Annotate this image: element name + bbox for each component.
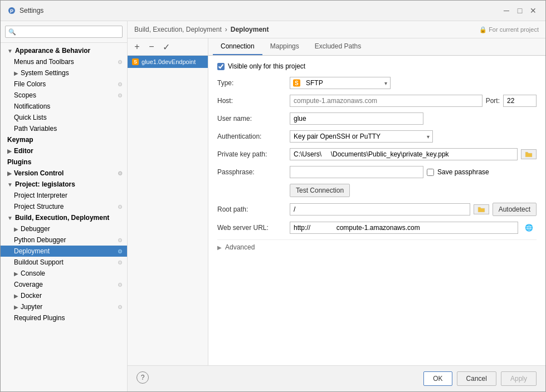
breadcrumb: Build, Execution, Deployment › Deploymen…: [128, 21, 545, 38]
expand-icon: ▶: [7, 148, 12, 154]
sidebar-item-menus-toolbars[interactable]: Menus and Toolbars ⚙: [1, 56, 127, 67]
sidebar-item-file-colors[interactable]: File Colors ⚙: [1, 79, 127, 90]
private-key-input[interactable]: [290, 148, 518, 160]
sidebar-item-deployment[interactable]: Deployment ⚙: [1, 246, 127, 257]
sidebar-item-label: System Settings: [21, 69, 69, 77]
passphrase-label: Passphrase:: [217, 168, 290, 176]
root-path-row: Root path: Autodetect: [217, 203, 537, 216]
sidebar-item-label: Appearance & Behavior: [15, 47, 90, 55]
sidebar-item-build-execution-deployment[interactable]: ▼ Build, Execution, Deployment: [1, 212, 127, 223]
sidebar-item-buildout-support[interactable]: Buildout Support ⚙: [1, 257, 127, 268]
autodetect-button[interactable]: Autodetect: [493, 203, 537, 216]
server-list-panel: + − ✓ S glue1.0devEndpoint: [128, 38, 208, 365]
passphrase-row: Passphrase: Save passphrase: [217, 166, 537, 178]
maximize-button[interactable]: □: [514, 5, 525, 16]
check-server-button[interactable]: ✓: [160, 41, 172, 53]
settings-icon: ⚙: [118, 304, 123, 310]
sidebar-item-plugins[interactable]: Plugins: [1, 156, 127, 168]
host-value: Port:: [290, 95, 537, 107]
add-server-button[interactable]: +: [131, 41, 143, 53]
search-wrapper: 🔍: [5, 26, 123, 38]
app-icon: P: [7, 6, 16, 15]
server-toolbar: + − ✓: [128, 38, 208, 56]
sidebar: 🔍 ▼ Appearance & Behavior Menus and Tool…: [1, 21, 128, 391]
config-panel: Connection Mappings Excluded Paths Visib…: [208, 38, 545, 365]
tab-connection[interactable]: Connection: [213, 38, 262, 55]
cancel-button[interactable]: Cancel: [457, 371, 496, 386]
sidebar-item-keymap[interactable]: Keymap: [1, 134, 127, 145]
sidebar-item-label: Deployment: [14, 247, 50, 255]
expand-icon: ▼: [7, 182, 13, 188]
host-input[interactable]: [290, 95, 482, 107]
web-server-url-input[interactable]: [290, 222, 518, 234]
sidebar-item-scopes[interactable]: Scopes ⚙: [1, 90, 127, 101]
sidebar-item-project-structure[interactable]: Project Structure ⚙: [1, 201, 127, 212]
save-passphrase-checkbox[interactable]: [427, 169, 434, 176]
sidebar-item-console[interactable]: ▶ Console: [1, 268, 127, 279]
sidebar-item-version-control[interactable]: ▶ Version Control ⚙: [1, 168, 127, 179]
sidebar-item-debugger[interactable]: ▶ Debugger: [1, 223, 127, 234]
remove-server-button[interactable]: −: [145, 41, 158, 53]
username-row: User name:: [217, 112, 537, 125]
server-item-label: glue1.0devEndpoint: [142, 58, 196, 65]
passphrase-input[interactable]: [290, 166, 423, 178]
sidebar-item-label: Menus and Toolbars: [14, 58, 74, 66]
sidebar-item-appearance-behavior[interactable]: ▼ Appearance & Behavior: [1, 45, 127, 56]
authentication-value: Key pair OpenSSH or PuTTY Password OpenS…: [290, 130, 537, 143]
close-button[interactable]: ✕: [528, 5, 539, 16]
sidebar-item-python-debugger[interactable]: Python Debugger ⚙: [1, 234, 127, 246]
sidebar-item-label: Jupyter: [21, 303, 42, 311]
apply-button[interactable]: Apply: [501, 371, 537, 386]
authentication-select[interactable]: Key pair OpenSSH or PuTTY Password OpenS…: [290, 130, 433, 143]
root-path-value: Autodetect: [290, 203, 537, 216]
minimize-button[interactable]: ─: [501, 5, 512, 16]
save-passphrase-label: Save passphrase: [437, 168, 489, 176]
sftp-badge: S: [293, 80, 300, 87]
private-key-label: Private key path:: [217, 150, 290, 158]
search-input[interactable]: [5, 26, 123, 38]
sidebar-item-system-settings[interactable]: ▶ System Settings: [1, 67, 127, 79]
root-path-input[interactable]: [290, 203, 470, 215]
sftp-icon: S: [132, 58, 139, 65]
sidebar-item-editor[interactable]: ▶ Editor: [1, 145, 127, 156]
expand-icon: ▼: [7, 215, 13, 221]
main-content: 🔍 ▼ Appearance & Behavior Menus and Tool…: [1, 21, 545, 391]
help-button[interactable]: ?: [136, 371, 149, 384]
expand-icon: ▼: [7, 48, 13, 54]
sidebar-item-project-legislators[interactable]: ▼ Project: legislators: [1, 179, 127, 190]
settings-icon: ⚙: [118, 248, 123, 254]
sidebar-item-project-interpreter[interactable]: Project Interpreter: [1, 190, 127, 201]
test-connection-button[interactable]: Test Connection: [290, 184, 350, 197]
sidebar-item-path-variables[interactable]: Path Variables: [1, 123, 127, 134]
sidebar-item-notifications[interactable]: Notifications: [1, 101, 127, 112]
advanced-expand-icon: ▶: [217, 244, 222, 251]
sidebar-item-docker[interactable]: ▶ Docker: [1, 290, 127, 301]
breadcrumb-project-label: 🔒 For current project: [479, 26, 539, 33]
browse-private-key-button[interactable]: [521, 149, 537, 159]
advanced-row[interactable]: ▶ Advanced: [217, 239, 537, 254]
breadcrumb-separator: ›: [225, 26, 227, 33]
server-item[interactable]: S glue1.0devEndpoint: [128, 56, 208, 68]
sidebar-item-label: File Colors: [14, 80, 46, 88]
svg-text:P: P: [10, 8, 13, 14]
visible-only-checkbox[interactable]: [217, 63, 225, 70]
settings-icon: ⚙: [118, 81, 123, 87]
sidebar-item-label: Debugger: [21, 225, 50, 233]
port-input[interactable]: [503, 95, 537, 107]
ok-button[interactable]: OK: [423, 371, 452, 386]
sidebar-item-required-plugins[interactable]: Required Plugins: [1, 312, 127, 324]
sidebar-item-quick-lists[interactable]: Quick Lists: [1, 112, 127, 123]
username-input[interactable]: [290, 112, 423, 125]
sidebar-item-jupyter[interactable]: ▶ Jupyter ⚙: [1, 301, 127, 312]
tab-excluded-paths[interactable]: Excluded Paths: [307, 38, 369, 55]
type-select[interactable]: SFTP FTP FTPS Local or mounted folder: [290, 77, 391, 89]
sidebar-item-label: Quick Lists: [14, 114, 47, 121]
authentication-row: Authentication: Key pair OpenSSH or PuTT…: [217, 130, 537, 143]
sidebar-item-coverage[interactable]: Coverage ⚙: [1, 279, 127, 290]
web-server-url-browse-button[interactable]: 🌐: [521, 223, 537, 233]
tab-mappings[interactable]: Mappings: [262, 38, 307, 55]
sidebar-item-label: Path Variables: [14, 125, 57, 133]
sidebar-item-label: Notifications: [14, 102, 50, 110]
settings-icon: ⚙: [118, 237, 123, 243]
browse-root-path-button[interactable]: [474, 204, 489, 214]
